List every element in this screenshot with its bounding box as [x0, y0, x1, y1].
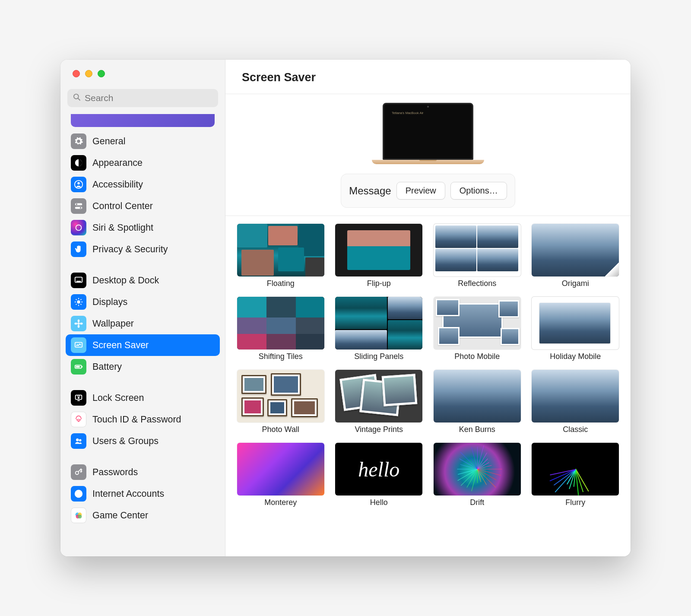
sidebar-item-accessibility[interactable]: Accessibility — [66, 174, 220, 195]
siri-icon — [71, 220, 86, 235]
screensaver-thumbnail[interactable] — [237, 224, 324, 276]
sidebar-item-label: Control Center — [92, 201, 153, 212]
sidebar-item-privacy[interactable]: Privacy & Security — [66, 238, 220, 260]
flower-icon — [71, 316, 86, 331]
screensaver-option-monterey[interactable]: Monterey — [236, 443, 326, 507]
screensaver-option-hello[interactable]: helloHello — [334, 443, 424, 507]
screensaver-preview: Tetiana's MacBook Air Message Preview Op… — [225, 94, 631, 208]
screensaver-thumbnail[interactable] — [237, 297, 324, 349]
screensaver-option-shifting[interactable]: Shifting Tiles — [236, 297, 326, 361]
screensaver-thumbnail[interactable] — [532, 224, 619, 276]
sidebar-item-battery[interactable]: Battery — [66, 356, 220, 378]
sidebar-item-label: Game Center — [92, 510, 148, 521]
screensaver-thumbnail[interactable] — [532, 443, 619, 495]
sidebar-item-siri[interactable]: Siri & Spotlight — [66, 217, 220, 238]
sidebar-item-passwords[interactable]: Passwords — [66, 461, 220, 483]
svg-line-1 — [78, 98, 80, 101]
screensaver-option-classic[interactable]: Classic — [531, 370, 621, 434]
screensaver-thumbnail[interactable] — [434, 297, 521, 349]
screensaver-label: Photo Wall — [262, 425, 299, 434]
sidebar-item-label: Privacy & Security — [92, 244, 168, 255]
sidebar-item-label: Siri & Spotlight — [92, 222, 153, 233]
screensaver-label: Photo Mobile — [454, 352, 500, 361]
minimize-button[interactable] — [85, 70, 92, 77]
screensaver-label: Vintage Prints — [355, 425, 403, 434]
sidebar-nav[interactable]: GeneralAppearanceAccessibilityControl Ce… — [60, 113, 225, 556]
screensaver-thumbnail[interactable]: hello — [335, 443, 422, 495]
svg-rect-31 — [78, 397, 79, 399]
preview-message-text: Tetiana's MacBook Air — [392, 111, 424, 115]
screensaver-thumbnail[interactable] — [434, 370, 521, 422]
screensaver-thumbnail[interactable] — [237, 443, 324, 495]
screensaver-thumbnail[interactable] — [335, 224, 422, 276]
sidebar-item-displays[interactable]: Displays — [66, 291, 220, 313]
dock-icon — [71, 273, 86, 288]
screensaver-label: Ken Burns — [459, 425, 495, 434]
sidebar-item-lock-screen[interactable]: Lock Screen — [66, 387, 220, 409]
battery-icon — [71, 359, 86, 375]
screensaver-label: Sliding Panels — [354, 352, 403, 361]
screensaver-label: Flip-up — [367, 279, 391, 288]
sidebar-item-touch-id[interactable]: Touch ID & Password — [66, 409, 220, 430]
screensaver-option-holidaymobile[interactable]: Holiday Mobile — [531, 297, 621, 361]
screensaver-thumbnail[interactable] — [532, 370, 619, 422]
sidebar-item-label: Displays — [92, 297, 127, 308]
sidebar: GeneralAppearanceAccessibilityControl Ce… — [60, 60, 225, 556]
screensaver-thumbnail[interactable] — [335, 370, 422, 422]
sidebar-item-general[interactable]: General — [66, 130, 220, 152]
svg-point-4 — [77, 182, 80, 185]
svg-point-34 — [79, 439, 82, 441]
search-field[interactable] — [67, 89, 218, 107]
gear-icon — [71, 133, 86, 149]
screensaver-label: Drift — [470, 498, 484, 507]
search-icon — [73, 93, 81, 103]
page-title: Screen Saver — [242, 71, 614, 84]
search-input[interactable] — [85, 93, 213, 103]
screensaver-option-drift[interactable]: Drift — [432, 443, 522, 507]
svg-point-7 — [76, 203, 78, 205]
sidebar-item-label: Battery — [92, 362, 122, 372]
svg-rect-29 — [76, 366, 80, 368]
fullscreen-button[interactable] — [98, 70, 105, 77]
screensaver-option-reflections[interactable]: Reflections — [432, 224, 522, 288]
sidebar-item-control-center[interactable]: Control Center — [66, 195, 220, 217]
sidebar-item-internet-accounts[interactable]: Internet Accounts — [66, 483, 220, 505]
screensaver-option-photowall[interactable]: Photo Wall — [236, 370, 326, 434]
close-button[interactable] — [73, 70, 80, 77]
svg-rect-11 — [76, 281, 81, 282]
sidebar-item-wallpaper[interactable]: Wallpaper — [66, 313, 220, 334]
svg-point-35 — [76, 471, 79, 474]
screensaver-option-flurry[interactable]: Flurry — [531, 443, 621, 507]
preview-button[interactable]: Preview — [396, 182, 445, 200]
screensaver-option-photomobile[interactable]: Photo Mobile — [432, 297, 522, 361]
options-button[interactable]: Options… — [450, 182, 507, 200]
screensaver-option-floating[interactable]: Floating — [236, 224, 326, 288]
screensaver-option-origami[interactable]: Origami — [531, 224, 621, 288]
screensaver-thumbnail[interactable] — [434, 443, 521, 495]
sidebar-item-game-center[interactable]: Game Center — [66, 505, 220, 526]
svg-line-17 — [76, 299, 77, 300]
screensaver-option-kenburns[interactable]: Ken Burns — [432, 370, 522, 434]
person-icon — [71, 177, 86, 192]
screensaver-option-vintage[interactable]: Vintage Prints — [334, 370, 424, 434]
svg-point-41 — [78, 514, 82, 518]
sidebar-item-label: Users & Groups — [92, 436, 158, 447]
sidebar-item-desktop-dock[interactable]: Desktop & Dock — [66, 270, 220, 291]
screensaver-grid[interactable]: FloatingFlip-upReflectionsOrigamiShiftin… — [225, 216, 631, 556]
svg-point-8 — [80, 207, 82, 209]
sidebar-item-users[interactable]: Users & Groups — [66, 430, 220, 452]
screensaver-label: Hello — [370, 498, 388, 507]
screensaver-option-flipup[interactable]: Flip-up — [334, 224, 424, 288]
screensaver-thumbnail[interactable] — [237, 370, 324, 422]
screensaver-thumbnail[interactable] — [335, 297, 422, 349]
screensaver-option-sliding[interactable]: Sliding Panels — [334, 297, 424, 361]
screensaver-label: Shifting Tiles — [259, 352, 303, 361]
sidebar-item-screen-saver[interactable]: Screen Saver — [66, 334, 220, 356]
screensaver-thumbnail[interactable] — [434, 224, 521, 276]
screensaver-thumbnail[interactable] — [532, 297, 619, 349]
contrast-icon — [71, 155, 86, 171]
sidebar-item-appearance[interactable]: Appearance — [66, 152, 220, 174]
svg-point-23 — [78, 325, 80, 327]
screensaver-control-row: Message Preview Options… — [341, 174, 515, 208]
sidebar-item-truncated[interactable] — [71, 114, 215, 127]
